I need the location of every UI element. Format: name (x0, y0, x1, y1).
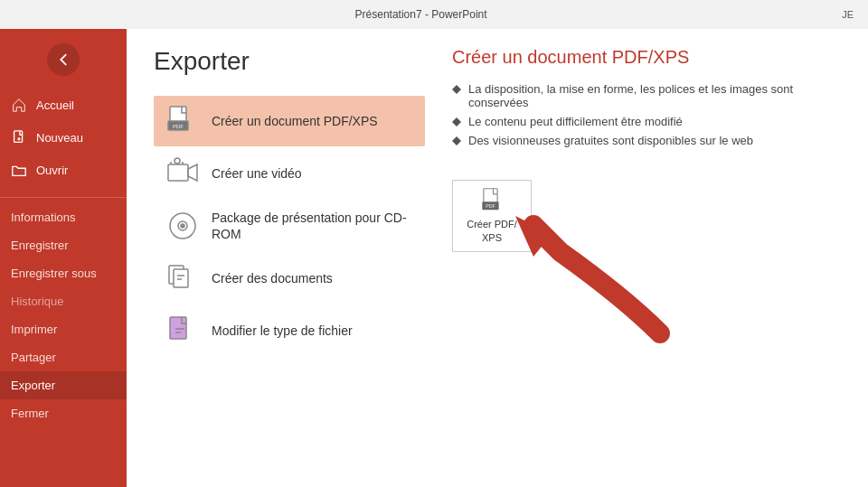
title-bar: Présentation7 - PowerPoint JE (0, 0, 868, 29)
sidebar-top: Accueil Nouveau Ouvrir (0, 29, 127, 192)
export-option-label-pdf-xps: Créer un document PDF/XPS (212, 113, 378, 129)
pdf-xps-icon: PDF (166, 105, 199, 137)
sidebar: Accueil Nouveau Ouvrir InformationsEnreg… (0, 29, 127, 487)
export-options-list: PDF Créer un document PDF/XPS Créer une … (154, 96, 434, 358)
export-option-video[interactable]: Créer une vidéo (154, 148, 425, 199)
content-main: Exporter PDF Créer un document PDF/XPS C… (127, 29, 868, 487)
app-container: Accueil Nouveau Ouvrir InformationsEnreg… (0, 29, 868, 487)
export-option-file-type[interactable]: Modifier le type de fichier (154, 305, 425, 356)
export-panel: Exporter PDF Créer un document PDF/XPS C… (127, 29, 434, 487)
export-option-pdf-xps[interactable]: PDF Créer un document PDF/XPS (154, 96, 425, 146)
export-option-cdrom[interactable]: Package de présentation pour CD-ROM (154, 201, 425, 251)
detail-bullet: Des visionneuses gratuites sont disponib… (452, 134, 841, 147)
button-arrow-area: PDF Créer PDF/XPS (452, 180, 841, 252)
bullet-text: La disposition, la mise en forme, les po… (468, 82, 841, 109)
detail-bullets: La disposition, la mise en forme, les po… (452, 82, 841, 153)
sidebar-text-items: InformationsEnregistrerEnregistrer sousH… (0, 203, 127, 427)
cdrom-icon (166, 210, 199, 242)
svg-point-8 (181, 224, 184, 228)
export-option-documents[interactable]: Créer des documents (154, 253, 425, 304)
sidebar-item-enregistrer-sous[interactable]: Enregistrer sous (0, 259, 127, 287)
sidebar-item-informations[interactable]: Informations (0, 203, 127, 231)
sidebar-divider (0, 197, 127, 198)
documents-icon (166, 262, 199, 295)
bullet-icon (452, 85, 461, 94)
page-title: Exporter (154, 47, 434, 76)
annotation-arrow (506, 207, 687, 351)
sidebar-item-imprimer[interactable]: Imprimer (0, 315, 127, 343)
sidebar-item-enregistrer[interactable]: Enregistrer (0, 231, 127, 259)
detail-panel: Créer un document PDF/XPS La disposition… (434, 29, 868, 487)
sidebar-item-historique[interactable]: Historique (0, 287, 127, 315)
folder-open-icon (11, 162, 27, 178)
user-initials: JE (842, 9, 854, 20)
export-option-label-cdrom: Package de présentation pour CD-ROM (212, 210, 412, 242)
file-type-icon (166, 314, 199, 347)
svg-rect-4 (168, 164, 188, 181)
bullet-text: Des visionneuses gratuites sont disponib… (468, 134, 753, 147)
back-button[interactable] (47, 43, 80, 76)
sidebar-item-partager[interactable]: Partager (0, 343, 127, 371)
svg-rect-0 (14, 131, 23, 143)
svg-text:PDF: PDF (173, 124, 184, 129)
file-new-icon (11, 129, 27, 145)
sidebar-nouveau-label: Nouveau (36, 131, 83, 145)
svg-rect-10 (174, 269, 188, 287)
bullet-icon (452, 117, 461, 126)
content-area: Exporter PDF Créer un document PDF/XPS C… (127, 29, 868, 487)
sidebar-item-exporter[interactable]: Exporter (0, 371, 127, 399)
export-option-label-video: Créer une vidéo (212, 165, 302, 182)
window-controls: JE (842, 9, 854, 20)
bullet-icon (452, 136, 461, 145)
video-icon (166, 157, 199, 190)
sidebar-item-accueil[interactable]: Accueil (0, 89, 127, 121)
pdf-file-icon: PDF (477, 188, 506, 212)
sidebar-item-ouvrir[interactable]: Ouvrir (0, 154, 127, 186)
export-option-label-documents: Créer des documents (212, 270, 333, 286)
detail-bullet: La disposition, la mise en forme, les po… (452, 82, 841, 109)
detail-bullet: Le contenu peut difficilement être modif… (452, 115, 841, 128)
home-icon (11, 97, 27, 113)
svg-point-5 (175, 158, 180, 164)
window-title: Présentation7 - PowerPoint (0, 8, 842, 21)
detail-title: Créer un document PDF/XPS (452, 47, 841, 68)
sidebar-item-fermer[interactable]: Fermer (0, 399, 127, 427)
bullet-text: Le contenu peut difficilement être modif… (468, 115, 683, 128)
export-option-label-file-type: Modifier le type de fichier (212, 323, 353, 339)
sidebar-accueil-label: Accueil (36, 98, 74, 112)
sidebar-ouvrir-label: Ouvrir (36, 164, 68, 177)
svg-text:PDF: PDF (486, 203, 495, 209)
back-icon (55, 52, 71, 68)
sidebar-item-nouveau[interactable]: Nouveau (0, 121, 127, 154)
svg-rect-11 (170, 317, 186, 339)
